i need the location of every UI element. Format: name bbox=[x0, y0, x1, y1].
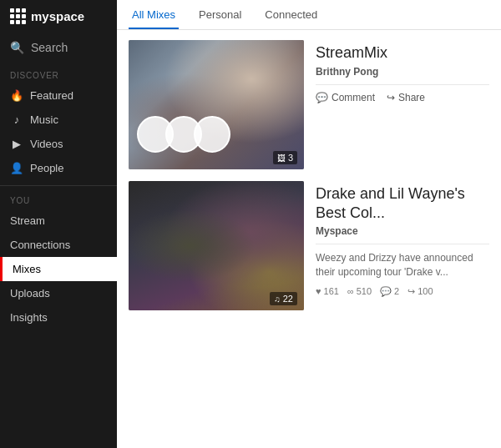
app-name: myspace bbox=[31, 9, 84, 23]
sidebar-item-connections[interactable]: Connections bbox=[0, 233, 117, 257]
search-label: Search bbox=[31, 41, 68, 54]
share-label: Share bbox=[398, 92, 425, 103]
card-info-1: StreamMix Brithny Pong 💬 Comment ↪ Share bbox=[316, 40, 489, 169]
logo-grid-icon bbox=[10, 8, 26, 24]
divider bbox=[0, 185, 117, 186]
card-actions-1: 💬 Comment ↪ Share bbox=[316, 92, 489, 103]
loop-count: 510 bbox=[357, 286, 372, 296]
sidebar-item-people[interactable]: 👤 People bbox=[0, 156, 117, 180]
discover-section-label: DISCOVER bbox=[0, 66, 117, 83]
search-icon: 🔍 bbox=[10, 41, 24, 54]
image-badge-icon: 🖼 bbox=[277, 154, 286, 163]
music-badge-icon: ♫ bbox=[274, 294, 281, 304]
card-thumbnail-1[interactable]: 🖼 3 bbox=[129, 40, 304, 169]
card-title-1[interactable]: StreamMix bbox=[316, 43, 489, 63]
heart-stat: ♥ 161 bbox=[316, 286, 339, 296]
share-icon: ↪ bbox=[387, 92, 395, 103]
comment-stat-icon: 💬 bbox=[380, 286, 392, 297]
card-streammix: 🖼 3 StreamMix Brithny Pong 💬 Comment ↪ S… bbox=[129, 40, 489, 169]
thumb2-background bbox=[129, 181, 304, 310]
heart-count: 161 bbox=[324, 286, 339, 296]
tab-connected[interactable]: Connected bbox=[261, 0, 321, 29]
image-count-badge: 🖼 3 bbox=[273, 151, 297, 164]
tab-all-mixes[interactable]: All Mixes bbox=[129, 0, 179, 29]
insights-label: Insights bbox=[10, 311, 48, 324]
card-author-1[interactable]: Brithny Pong bbox=[316, 66, 489, 78]
search-button[interactable]: 🔍 Search bbox=[0, 33, 117, 66]
sidebar: myspace 🔍 Search DISCOVER 🔥 Featured ♪ M… bbox=[0, 0, 117, 448]
card-info-2: Drake and Lil Wayne's Best Col... Myspac… bbox=[316, 181, 489, 310]
badge-count: 22 bbox=[283, 294, 293, 304]
tab-personal[interactable]: Personal bbox=[195, 0, 245, 29]
sidebar-item-insights[interactable]: Insights bbox=[0, 305, 117, 330]
sidebar-item-stream[interactable]: Stream bbox=[0, 209, 117, 233]
share-action[interactable]: ↪ Share bbox=[387, 92, 425, 103]
people-icon: 👤 bbox=[10, 162, 23, 174]
circle-3 bbox=[194, 116, 230, 153]
card-divider-1 bbox=[316, 84, 489, 85]
sidebar-item-mixes[interactable]: Mixes bbox=[0, 257, 117, 281]
sidebar-item-label: Music bbox=[30, 113, 58, 126]
card-divider-2 bbox=[316, 244, 489, 244]
stream-label: Stream bbox=[10, 214, 45, 227]
sidebar-item-featured[interactable]: 🔥 Featured bbox=[0, 83, 117, 108]
comment-label: Comment bbox=[331, 92, 375, 103]
card-author-2[interactable]: Myspace bbox=[316, 225, 489, 237]
share-count: 100 bbox=[418, 286, 433, 296]
comment-count: 2 bbox=[394, 286, 399, 296]
sidebar-item-label: People bbox=[30, 162, 63, 174]
sidebar-item-label: Videos bbox=[30, 138, 63, 150]
comment-action[interactable]: 💬 Comment bbox=[316, 92, 375, 103]
you-section-label: YOU bbox=[0, 191, 117, 209]
badge-count: 3 bbox=[288, 153, 293, 163]
share-stat: ↪ 100 bbox=[407, 286, 433, 297]
cards-list: 🖼 3 StreamMix Brithny Pong 💬 Comment ↪ S… bbox=[117, 30, 501, 320]
card-stats-2: ♥ 161 ∞ 510 💬 2 ↪ 100 bbox=[316, 286, 489, 297]
connections-label: Connections bbox=[10, 239, 70, 251]
comment-icon: 💬 bbox=[316, 92, 328, 103]
sidebar-item-videos[interactable]: ▶ Videos bbox=[0, 132, 117, 156]
card-drake: ♫ 22 Drake and Lil Wayne's Best Col... M… bbox=[129, 181, 489, 310]
fire-icon: 🔥 bbox=[10, 89, 23, 102]
tabs-bar: All Mixes Personal Connected bbox=[117, 0, 501, 30]
thumb-circles bbox=[137, 116, 230, 153]
comment-stat: 💬 2 bbox=[380, 286, 399, 297]
app-logo[interactable]: myspace bbox=[0, 0, 117, 33]
heart-icon: ♥ bbox=[316, 286, 321, 296]
card-title-2[interactable]: Drake and Lil Wayne's Best Col... bbox=[316, 184, 489, 222]
uploads-label: Uploads bbox=[10, 287, 50, 300]
card-thumbnail-2[interactable]: ♫ 22 bbox=[129, 181, 304, 310]
card-description-2: Weezy and Drizzy have announced their up… bbox=[316, 251, 489, 279]
video-icon: ▶ bbox=[10, 138, 23, 150]
music-icon: ♪ bbox=[10, 113, 23, 126]
sidebar-item-label: Featured bbox=[30, 89, 73, 102]
loop-icon: ∞ bbox=[347, 286, 354, 296]
sidebar-item-uploads[interactable]: Uploads bbox=[0, 281, 117, 305]
music-count-badge: ♫ 22 bbox=[270, 292, 297, 305]
loop-stat: ∞ 510 bbox=[347, 286, 372, 296]
sidebar-item-music[interactable]: ♪ Music bbox=[0, 108, 117, 132]
main-content: All Mixes Personal Connected 🖼 3 bbox=[117, 0, 501, 448]
share-stat-icon: ↪ bbox=[407, 286, 415, 297]
mixes-label: Mixes bbox=[13, 263, 41, 275]
